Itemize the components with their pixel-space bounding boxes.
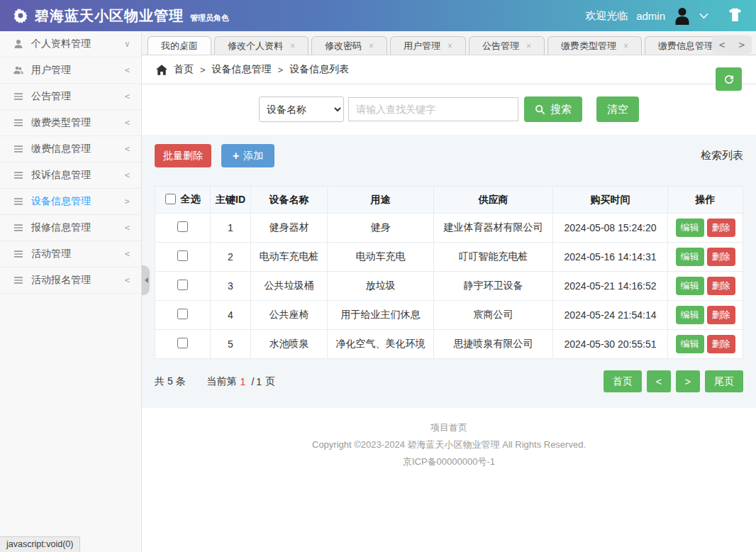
breadcrumb-level1[interactable]: 设备信息管理 bbox=[212, 63, 272, 76]
cell-usage: 电动车充电 bbox=[328, 243, 434, 272]
welcome-text: 欢迎光临 bbox=[585, 9, 628, 23]
chevron-left-icon: < bbox=[125, 275, 130, 285]
search-input[interactable] bbox=[348, 97, 518, 121]
cell-usage: 用于给业主们休息 bbox=[328, 301, 434, 330]
batch-delete-button[interactable]: 批量删除 bbox=[155, 144, 211, 167]
table-row: 1 健身器材 健身 建业体育器材有限公司 2024-05-08 15:24:20… bbox=[155, 214, 743, 243]
tab-my-desktop[interactable]: 我的桌面 bbox=[148, 36, 211, 55]
delete-button[interactable]: 删除 bbox=[707, 248, 735, 266]
cell-usage: 净化空气、美化环境 bbox=[328, 330, 434, 359]
chevron-down-icon: ∨ bbox=[125, 39, 130, 49]
top-bar-right: 欢迎光临 admin bbox=[585, 6, 743, 25]
menu-icon bbox=[13, 196, 24, 207]
chevron-left-icon: < bbox=[125, 223, 130, 233]
search-bar: 设备名称 搜索 清空 bbox=[142, 96, 756, 122]
breadcrumb-home[interactable]: 首页 bbox=[174, 63, 194, 76]
menu-icon bbox=[13, 248, 24, 260]
username: admin bbox=[636, 10, 665, 22]
row-checkbox[interactable] bbox=[177, 338, 188, 348]
menu-icon bbox=[13, 91, 24, 102]
cell-purchase-time: 2024-05-16 14:14:31 bbox=[553, 243, 668, 272]
clear-button[interactable]: 清空 bbox=[596, 96, 639, 122]
edit-button[interactable]: 编辑 bbox=[676, 248, 704, 266]
row-checkbox[interactable] bbox=[177, 309, 188, 319]
edit-button[interactable]: 编辑 bbox=[676, 335, 704, 353]
delete-button[interactable]: 删除 bbox=[707, 219, 735, 237]
cell-actions: 编辑删除 bbox=[668, 330, 743, 359]
avatar-icon[interactable] bbox=[674, 6, 691, 25]
row-checkbox[interactable] bbox=[177, 280, 188, 290]
tab-scroll-right-icon[interactable]: > bbox=[739, 39, 745, 50]
close-icon[interactable]: × bbox=[448, 41, 452, 51]
close-icon[interactable]: × bbox=[623, 41, 628, 51]
search-field-select[interactable]: 设备名称 bbox=[259, 96, 344, 122]
refresh-button[interactable] bbox=[716, 67, 742, 91]
total-count: 共 5 条 bbox=[155, 375, 186, 388]
cell-id: 1 bbox=[211, 214, 251, 243]
app-title: 碧海蓝天小区物业管理 bbox=[35, 6, 184, 26]
select-all-label: 全选 bbox=[181, 193, 201, 206]
sidebar-item-activity-signup[interactable]: 活动报名管理 < bbox=[0, 267, 141, 294]
next-page-button[interactable]: > bbox=[676, 370, 700, 392]
row-checkbox[interactable] bbox=[177, 221, 188, 232]
search-button[interactable]: 搜索 bbox=[524, 96, 582, 122]
sidebar-item-fee-info[interactable]: 缴费信息管理 < bbox=[0, 136, 141, 162]
edit-button[interactable]: 编辑 bbox=[676, 219, 704, 237]
sidebar-item-label: 报修信息管理 bbox=[31, 221, 91, 234]
search-icon bbox=[535, 104, 545, 115]
sidebar-item-fee-types[interactable]: 缴费类型管理 < bbox=[0, 110, 141, 136]
tab-announcements[interactable]: 公告管理 × bbox=[469, 36, 545, 55]
sidebar-item-profile[interactable]: 个人资料管理 ∨ bbox=[0, 31, 141, 57]
sidebar-item-label: 投诉信息管理 bbox=[31, 169, 91, 182]
add-button[interactable]: + 添加 bbox=[221, 144, 274, 167]
users-icon bbox=[13, 65, 24, 76]
prev-page-button[interactable]: < bbox=[647, 370, 671, 392]
footer: 项目首页 Copyright ©2023-2024 碧海蓝天小区物业管理 All… bbox=[142, 408, 756, 470]
cell-actions: 编辑删除 bbox=[668, 243, 743, 272]
tab-label: 我的桌面 bbox=[161, 40, 198, 53]
sidebar-collapse-handle[interactable] bbox=[142, 265, 150, 295]
tab-user-management[interactable]: 用户管理 × bbox=[390, 36, 466, 55]
tab-change-password[interactable]: 修改密码 × bbox=[311, 36, 387, 55]
sidebar-item-repairs[interactable]: 报修信息管理 < bbox=[0, 215, 141, 241]
select-all-checkbox[interactable] bbox=[165, 194, 176, 204]
last-page-button[interactable]: 尾页 bbox=[705, 370, 743, 392]
edit-button[interactable]: 编辑 bbox=[676, 306, 704, 324]
edit-button[interactable]: 编辑 bbox=[676, 277, 704, 295]
delete-button[interactable]: 删除 bbox=[707, 335, 735, 353]
shirt-icon[interactable] bbox=[727, 8, 743, 24]
header-name: 设备名称 bbox=[251, 187, 328, 214]
collapse-arrow-icon bbox=[142, 277, 148, 283]
sidebar-item-users[interactable]: 用户管理 < bbox=[0, 57, 141, 84]
tab-edit-profile[interactable]: 修改个人资料 × bbox=[214, 36, 308, 55]
gear-icon bbox=[13, 8, 28, 23]
tab-scroll-left-icon[interactable]: < bbox=[719, 39, 725, 50]
sidebar-item-activities[interactable]: 活动管理 < bbox=[0, 241, 141, 267]
table-row: 3 公共垃圾桶 放垃圾 静宇环卫设备 2024-05-21 14:16:52 编… bbox=[155, 272, 743, 301]
delete-button[interactable]: 删除 bbox=[707, 277, 735, 295]
close-icon[interactable]: × bbox=[369, 41, 374, 51]
footer-home-link[interactable]: 项目首页 bbox=[142, 419, 756, 436]
cell-supplier: 建业体育器材有限公司 bbox=[434, 214, 553, 243]
delete-button[interactable]: 删除 bbox=[707, 306, 735, 324]
app-window: 碧海蓝天小区物业管理 管理员角色 欢迎光临 admin 个人资料管理 ∨ 用户管… bbox=[0, 0, 756, 552]
refresh-icon bbox=[723, 73, 735, 86]
status-bar-link-preview: javascript:void(0) bbox=[0, 536, 80, 552]
chevron-down-icon[interactable] bbox=[699, 13, 708, 19]
cell-purchase-time: 2024-05-30 20:55:51 bbox=[553, 330, 668, 359]
row-checkbox[interactable] bbox=[177, 250, 188, 261]
menu-icon bbox=[13, 143, 24, 155]
sidebar-item-label: 缴费类型管理 bbox=[31, 116, 91, 129]
close-icon[interactable]: × bbox=[290, 41, 295, 51]
cell-supplier: 叮叮智能充电桩 bbox=[434, 243, 553, 272]
user-icon bbox=[13, 38, 24, 50]
sidebar-item-equipment[interactable]: 设备信息管理 > bbox=[0, 189, 141, 215]
close-icon[interactable]: × bbox=[526, 41, 531, 51]
chevron-left-icon: < bbox=[125, 170, 130, 180]
sidebar-item-complaints[interactable]: 投诉信息管理 < bbox=[0, 162, 141, 189]
first-page-button[interactable]: 首页 bbox=[604, 370, 642, 392]
breadcrumb-separator: > bbox=[278, 65, 284, 75]
sidebar-item-announcements[interactable]: 公告管理 < bbox=[0, 84, 141, 110]
header-select-all: 全选 bbox=[155, 187, 211, 214]
tab-fee-types[interactable]: 缴费类型管理 × bbox=[547, 36, 642, 55]
